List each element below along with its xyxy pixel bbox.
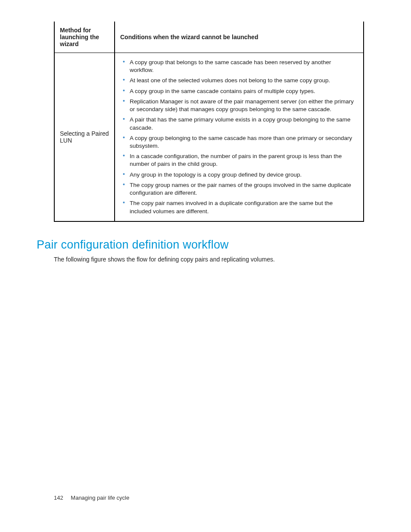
list-item: In a cascade configuration, the number o…	[123, 151, 354, 169]
list-item: A copy group that belongs to the same ca…	[123, 57, 354, 75]
conditions-table: Method for launching the wizard Conditio…	[54, 22, 364, 222]
list-item: Replication Manager is not aware of the …	[123, 96, 354, 115]
page-footer: 142 Managing pair life cycle	[54, 495, 129, 501]
list-item: At least one of the selected volumes doe…	[123, 75, 354, 86]
cell-method: Selecting a Paired LUN	[54, 53, 115, 221]
list-item: The copy pair names involved in a duplic…	[123, 198, 354, 216]
table-header-row: Method for launching the wizard Conditio…	[54, 22, 364, 53]
table-row: Selecting a Paired LUN A copy group that…	[54, 53, 364, 221]
header-conditions: Conditions when the wizard cannot be lau…	[115, 22, 364, 53]
conditions-list: A copy group that belongs to the same ca…	[115, 56, 359, 218]
list-item: The copy group names or the pair names o…	[123, 180, 354, 198]
list-item: Any group in the topology is a copy grou…	[123, 170, 354, 180]
chapter-title: Managing pair life cycle	[71, 495, 129, 501]
list-item: A pair that has the same primary volume …	[123, 115, 354, 133]
section-heading: Pair configuration definition workflow	[37, 238, 364, 252]
cell-conditions: A copy group that belongs to the same ca…	[115, 53, 364, 221]
document-page: Method for launching the wizard Conditio…	[0, 0, 411, 532]
page-number: 142	[54, 495, 63, 501]
section-intro: The following figure shows the flow for …	[54, 256, 364, 263]
list-item: A copy group in the same cascade contain…	[123, 86, 354, 96]
header-method: Method for launching the wizard	[54, 22, 115, 53]
list-item: A copy group belonging to the same casca…	[123, 133, 354, 151]
